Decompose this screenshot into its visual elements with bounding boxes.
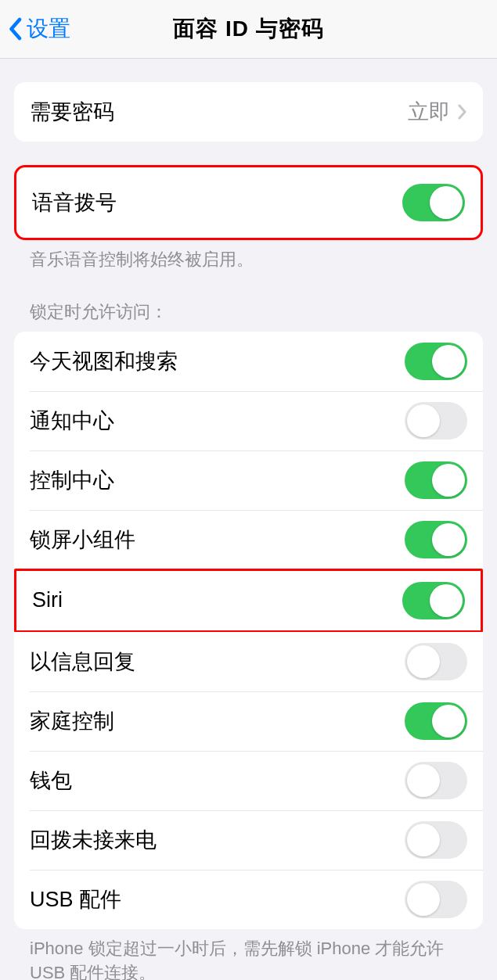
- notification-center-cell: 通知中心: [14, 391, 483, 451]
- cell-label: 钱包: [30, 766, 72, 795]
- section-voice-dial: 语音拨号 音乐语音控制将始终被启用。: [0, 165, 497, 272]
- highlight-voice-dial: 语音拨号: [14, 165, 483, 240]
- reply-message-toggle[interactable]: [405, 643, 467, 680]
- content: 需要密码 立即 语音拨号 音乐语音控制将始终被启用。 锁定时允许访问：: [0, 82, 497, 980]
- today-view-cell: 今天视图和搜索: [14, 332, 483, 391]
- cell-label: Siri: [32, 588, 63, 612]
- back-label: 设置: [27, 14, 70, 44]
- highlight-siri: Siri: [14, 569, 483, 633]
- cell-value-wrap: 立即: [408, 98, 467, 126]
- lockscreen-widgets-toggle[interactable]: [405, 521, 467, 558]
- cell-label: 回拨未接来电: [30, 826, 157, 854]
- toggle-knob: [430, 186, 463, 219]
- back-button[interactable]: 设置: [8, 14, 70, 44]
- wallet-cell: 钱包: [14, 751, 483, 810]
- require-passcode-cell[interactable]: 需要密码 立即: [14, 82, 483, 142]
- section-require-passcode: 需要密码 立即: [0, 82, 497, 142]
- cell-label: 以信息回复: [30, 648, 135, 676]
- notification-center-toggle[interactable]: [405, 402, 467, 440]
- cell-group-top: 今天视图和搜索 通知中心 控制中心 锁屏小组件: [14, 332, 483, 569]
- cell-label: 锁屏小组件: [30, 526, 135, 554]
- cell-label: 控制中心: [30, 466, 114, 494]
- cell-group-bottom: 以信息回复 家庭控制 钱包 回拨未接来电 USB 配件: [14, 632, 483, 929]
- section-locked-access: 锁定时允许访问： 今天视图和搜索 通知中心 控制中心 锁屏小组件 S: [0, 286, 497, 980]
- locked-access-footer: iPhone 锁定超过一小时后，需先解锁 iPhone 才能允许 USB 配件连…: [0, 929, 497, 980]
- voice-dial-cell: 语音拨号: [16, 167, 481, 238]
- cell-label: 需要密码: [30, 98, 114, 126]
- return-missed-calls-cell: 回拨未接来电: [14, 810, 483, 870]
- siri-toggle[interactable]: [402, 582, 465, 619]
- home-control-cell: 家庭控制: [14, 691, 483, 751]
- today-view-toggle[interactable]: [405, 343, 467, 380]
- reply-message-cell: 以信息回复: [14, 632, 483, 691]
- cell-label: 家庭控制: [30, 707, 114, 735]
- locked-access-header: 锁定时允许访问：: [0, 286, 497, 332]
- siri-cell: Siri: [16, 571, 481, 630]
- chevron-left-icon: [8, 17, 22, 41]
- cell-label: 语音拨号: [32, 188, 117, 217]
- voice-dial-toggle[interactable]: [402, 184, 465, 221]
- cell-label: 今天视图和搜索: [30, 347, 178, 375]
- control-center-cell: 控制中心: [14, 451, 483, 510]
- control-center-toggle[interactable]: [405, 461, 467, 499]
- lockscreen-widgets-cell: 锁屏小组件: [14, 510, 483, 569]
- return-missed-calls-toggle[interactable]: [405, 821, 467, 859]
- page-title: 面容 ID 与密码: [173, 14, 324, 44]
- usb-accessories-toggle[interactable]: [405, 881, 467, 918]
- wallet-toggle[interactable]: [405, 762, 467, 799]
- cell-label: 通知中心: [30, 407, 114, 435]
- chevron-right-icon: [458, 104, 467, 120]
- navbar: 设置 面容 ID 与密码: [0, 0, 497, 59]
- cell-label: USB 配件: [30, 885, 121, 914]
- usb-accessories-cell: USB 配件: [14, 870, 483, 929]
- home-control-toggle[interactable]: [405, 702, 467, 740]
- voice-dial-footer: 音乐语音控制将始终被启用。: [0, 240, 497, 272]
- cell-group: 需要密码 立即: [14, 82, 483, 142]
- cell-value: 立即: [408, 98, 450, 126]
